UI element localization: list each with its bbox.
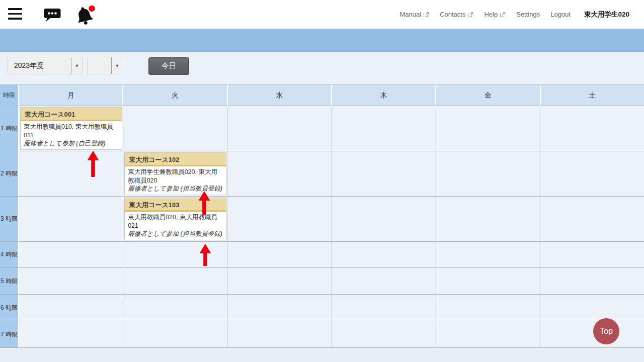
period-column-header: 時限 — [0, 85, 19, 106]
external-link-icon — [467, 12, 473, 18]
day-header-4: 金 — [436, 85, 540, 106]
timetable-cell — [332, 106, 436, 151]
period-label-2: 2 時限 — [0, 151, 19, 197]
view-tab-band: 時間割 カレンダー — [0, 29, 644, 52]
hamburger-menu-icon[interactable] — [8, 8, 22, 20]
timetable-cell — [123, 268, 227, 295]
course-card-body: 東大用教職員020, 東大用教職員021履修者として参加 (担当教員登録) — [125, 212, 226, 240]
bell-icon — [74, 19, 97, 28]
timetable-row: 7 時限 — [0, 321, 644, 348]
course-title-link[interactable]: 東大用コース102 — [125, 153, 226, 166]
nav-link-label: Contacts — [440, 11, 465, 18]
timetable-cell — [227, 321, 332, 348]
timetable-cell — [19, 242, 123, 268]
username: 東大用学生020 — [584, 10, 629, 19]
course-title-link[interactable]: 東大用コース103 — [125, 198, 226, 212]
timetable-cell: 東大用コース103東大用教職員020, 東大用教職員021履修者として参加 (担… — [123, 197, 227, 242]
day-header-2: 水 — [228, 85, 332, 106]
nav-link-settings[interactable]: Settings — [516, 11, 540, 18]
period-label-6: 6 時限 — [0, 295, 19, 321]
timetable-cell — [123, 242, 227, 268]
top-button[interactable]: Top — [593, 318, 619, 344]
course-card[interactable]: 東大用コース103東大用教職員020, 東大用教職員021履修者として参加 (担… — [124, 198, 226, 240]
course-role: 履修者として参加 (担当教員登録) — [128, 230, 223, 238]
timetable-cell — [540, 151, 644, 197]
filter-bar: 2023年度 ▼ ▼ 今日 2024年03月28日 — [0, 52, 644, 84]
course-role: 履修者として参加 (担当教員登録) — [128, 185, 223, 193]
timetable-cell — [227, 197, 332, 242]
nav-link-logout[interactable]: Logout — [550, 11, 571, 18]
term-select[interactable]: ▼ — [88, 57, 123, 74]
timetable-cell — [123, 106, 227, 151]
timetable-cell — [436, 321, 540, 348]
timetable-row: 5 時限 — [0, 268, 644, 295]
messages-button[interactable] — [43, 7, 61, 25]
timetable-cell — [540, 242, 644, 268]
nav-link-contacts[interactable]: Contacts — [440, 11, 473, 18]
period-label-7: 7 時限 — [0, 321, 19, 348]
nav-link-manual[interactable]: Manual — [400, 11, 430, 18]
timetable-cell — [332, 197, 436, 242]
course-card-body: 東大用教職員010, 東大用教職員011履修者として参加 (自己登録) — [21, 121, 122, 149]
topbar-nav: ManualContactsHelpSettingsLogout東大用学生020 — [400, 0, 629, 29]
timetable-cell — [19, 197, 123, 242]
timetable-cell — [540, 295, 644, 321]
course-card-body: 東大用学生兼教職員020, 東大用教職員020履修者として参加 (担当教員登録) — [125, 166, 226, 195]
timetable-cell — [227, 151, 332, 197]
period-label-4: 4 時限 — [0, 242, 19, 268]
course-card[interactable]: 東大用コース102東大用学生兼教職員020, 東大用教職員020履修者として参加… — [124, 152, 226, 195]
course-title-link[interactable]: 東大用コース001 — [21, 108, 122, 121]
timetable-row: 4 時限 — [0, 242, 644, 268]
period-label-5: 5 時限 — [0, 268, 19, 295]
timetable-cell — [227, 242, 332, 268]
timetable-cell — [332, 295, 436, 321]
external-link-icon — [423, 12, 429, 18]
page: ManualContactsHelpSettingsLogout東大用学生020… — [0, 0, 644, 362]
timetable-cell — [436, 295, 540, 321]
course-members: 東大用教職員020, 東大用教職員021 — [128, 213, 223, 230]
course-role: 履修者として参加 (自己登録) — [24, 139, 119, 147]
day-header-1: 火 — [123, 85, 227, 106]
notification-badge — [89, 6, 95, 12]
timetable-cell — [19, 268, 123, 295]
timetable-cell — [123, 321, 227, 348]
timetable-row: 1 時限東大用コース001東大用教職員010, 東大用教職員011履修者として参… — [0, 106, 644, 151]
period-label-3: 3 時限 — [0, 197, 19, 242]
day-header-5: 土 — [541, 85, 644, 106]
timetable-cell — [19, 295, 123, 321]
year-select-value: 2023年度 — [8, 61, 71, 70]
nav-link-label: Manual — [400, 11, 422, 18]
day-header-3: 木 — [332, 85, 436, 106]
timetable-cell — [227, 106, 332, 151]
timetable-cell — [436, 106, 540, 151]
external-link-icon — [500, 12, 506, 18]
day-header-0: 月 — [19, 85, 123, 106]
chevron-down-icon: ▼ — [71, 57, 83, 74]
timetable-cell — [332, 268, 436, 295]
timetable-cell: 東大用コース001東大用教職員010, 東大用教職員011履修者として参加 (自… — [19, 106, 123, 151]
timetable-cell — [227, 295, 332, 321]
timetable-cell — [540, 321, 644, 348]
timetable-cell — [436, 197, 540, 242]
timetable-cell — [123, 295, 227, 321]
timetable-cell — [540, 197, 644, 242]
nav-link-label: Help — [484, 11, 498, 18]
nav-link-help[interactable]: Help — [484, 11, 506, 18]
timetable-cell — [540, 268, 644, 295]
year-select[interactable]: 2023年度 ▼ — [8, 57, 83, 74]
period-label-1: 1 時限 — [0, 106, 19, 151]
notifications-button[interactable] — [74, 4, 97, 28]
nav-link-label: Logout — [550, 11, 571, 18]
timetable-cell — [540, 106, 644, 151]
timetable-row: 2 時限東大用コース102東大用学生兼教職員020, 東大用教職員020履修者と… — [0, 151, 644, 197]
timetable-cell — [332, 321, 436, 348]
nav-link-label: Settings — [516, 11, 540, 18]
timetable-cell — [332, 151, 436, 197]
topbar: ManualContactsHelpSettingsLogout東大用学生020 — [0, 0, 644, 29]
timetable-cell — [436, 242, 540, 268]
timetable-row: 3 時限東大用コース103東大用教職員020, 東大用教職員021履修者として参… — [0, 197, 644, 242]
timetable-cell — [19, 151, 123, 197]
timetable-cell — [436, 151, 540, 197]
course-card[interactable]: 東大用コース001東大用教職員010, 東大用教職員011履修者として参加 (自… — [20, 107, 122, 150]
today-button[interactable]: 今日 — [148, 57, 189, 75]
